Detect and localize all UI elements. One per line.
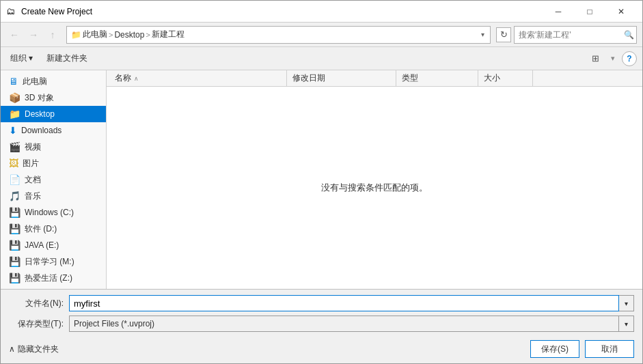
desktop-icon: 📁 [9, 109, 20, 120]
search-input[interactable] [519, 30, 621, 40]
hobby-icon: 💾 [9, 272, 20, 283]
bottom-section: 文件名(N): ▾ 保存类型(T): Project Files (*.uvpr… [1, 289, 642, 363]
filename-dropdown-button[interactable]: ▾ [619, 295, 634, 311]
filename-label: 文件名(N): [9, 298, 64, 309]
sidebar-item-music[interactable]: 🎵音乐 [1, 188, 106, 204]
search-box: 🔍 [514, 26, 637, 44]
filetype-dropdown-button[interactable]: ▾ [619, 316, 634, 332]
sidebar-item-label-hobby: 热爱生活 (Z:) [25, 272, 72, 284]
close-button[interactable]: ✕ [605, 1, 637, 23]
filename-input-wrap: ▾ [69, 295, 634, 311]
sidebar-item-label-windows: Windows (C:) [25, 208, 74, 217]
sidebar-item-label-3d: 3D 对象 [25, 92, 54, 104]
music-icon: 🎵 [9, 191, 20, 201]
crumb-sep2: > [146, 31, 150, 39]
col-header-date[interactable]: 修改日期 [287, 70, 396, 86]
footer-row: ∧ 隐藏文件夹 保存(S) 取消 [9, 336, 634, 358]
empty-message: 没有与搜索条件匹配的项。 [107, 87, 642, 289]
sidebar-item-label-downloads: Downloads [21, 126, 61, 135]
sidebar-item-label-daily: 日常学习 (M:) [25, 256, 74, 268]
title-bar: 🗂 Create New Project ─ □ ✕ [1, 1, 642, 23]
pictures-icon: 🖼 [9, 158, 18, 169]
action-toolbar: 组织 ▾ 新建文件夹 ⊞ ▾ ? [1, 47, 642, 70]
up-button[interactable]: ↑ [44, 27, 61, 43]
cancel-button[interactable]: 取消 [585, 340, 634, 358]
sidebar-item-downloads[interactable]: ⬇Downloads [1, 122, 106, 139]
sidebar-item-windows[interactable]: 💾Windows (C:) [1, 204, 106, 221]
sidebar-item-videos[interactable]: 🎬视频 [1, 139, 106, 155]
sidebar-item-pictures[interactable]: 🖼图片 [1, 155, 106, 171]
filetype-row: 保存类型(T): Project Files (*.uvproj) ▾ [9, 316, 634, 332]
3d-icon: 📦 [9, 92, 20, 103]
maximize-button[interactable]: □ [574, 1, 605, 23]
sidebar: 🖥此电脑📦3D 对象📁Desktop⬇Downloads🎬视频🖼图片📄文档🎵音乐… [1, 70, 107, 289]
sidebar-item-3d[interactable]: 📦3D 对象 [1, 89, 106, 106]
refresh-button[interactable]: ↻ [496, 27, 511, 42]
organize-button[interactable]: 组织 ▾ [6, 50, 37, 68]
sidebar-item-hobby[interactable]: 💾热爱生活 (Z:) [1, 270, 106, 286]
address-toolbar: ← → ↑ 📁 此电脑 > Desktop > 新建工程 ▾ ↻ 🔍 [1, 23, 642, 47]
window-controls: ─ □ ✕ [543, 1, 637, 23]
sidebar-item-label-software: 软件 (D:) [25, 223, 57, 235]
hide-folders-toggle[interactable]: ∧ 隐藏文件夹 [9, 344, 59, 355]
crumb-sep1: > [109, 31, 113, 39]
address-bar[interactable]: 📁 此电脑 > Desktop > 新建工程 ▾ [66, 26, 491, 44]
sort-arrow-icon: ∧ [134, 75, 139, 82]
dialog-icon: 🗂 [6, 6, 17, 17]
sidebar-item-label-pc: 此电脑 [23, 76, 47, 87]
filetype-label: 保存类型(T): [9, 318, 64, 330]
sidebar-item-label-desktop: Desktop [25, 109, 55, 119]
sidebar-item-label-java: JAVA (E:) [25, 240, 59, 250]
search-icon: 🔍 [624, 30, 634, 40]
col-header-size[interactable]: 大小 [478, 70, 533, 86]
sidebar-item-label-pictures: 图片 [23, 158, 39, 169]
filename-input[interactable] [69, 295, 619, 311]
documents-icon: 📄 [9, 174, 20, 185]
chevron-up-icon: ∧ [9, 344, 15, 354]
view-separator: ▾ [611, 54, 615, 63]
forward-button[interactable]: → [25, 27, 42, 43]
downloads-icon: ⬇ [9, 125, 17, 136]
crumb-desktop: Desktop [114, 30, 144, 40]
crumb-folder-icon: 📁 [71, 30, 81, 40]
pc-icon: 🖥 [9, 76, 18, 87]
back-button[interactable]: ← [6, 27, 23, 43]
java-icon: 💾 [9, 240, 20, 251]
save-button[interactable]: 保存(S) [530, 340, 579, 358]
sidebar-item-software[interactable]: 💾软件 (D:) [1, 221, 106, 237]
crumb-pc: 此电脑 [83, 29, 107, 40]
sidebar-item-desktop[interactable]: 📁Desktop [1, 106, 106, 122]
col-header-name[interactable]: 名称 ∧ [109, 70, 287, 86]
new-folder-button[interactable]: 新建文件夹 [42, 50, 92, 68]
software-icon: 💾 [9, 223, 20, 234]
footer-buttons: 保存(S) 取消 [530, 340, 634, 358]
view-button[interactable]: ⊞ [586, 51, 604, 67]
sidebar-item-java[interactable]: 💾JAVA (E:) [1, 237, 106, 253]
crumb-folder: 新建工程 [152, 29, 184, 40]
videos-icon: 🎬 [9, 141, 20, 152]
filetype-input-wrap: Project Files (*.uvproj) ▾ [69, 316, 634, 332]
column-header: 名称 ∧ 修改日期 类型 大小 [107, 70, 642, 87]
sidebar-item-label-videos: 视频 [25, 141, 41, 153]
minimize-button[interactable]: ─ [543, 1, 574, 23]
address-dropdown-icon[interactable]: ▾ [480, 29, 486, 40]
col-header-type[interactable]: 类型 [396, 70, 478, 86]
help-button[interactable]: ? [622, 51, 637, 66]
main-panel: 名称 ∧ 修改日期 类型 大小 没有与搜索条件匹配的项。 [107, 70, 642, 289]
windows-icon: 💾 [9, 207, 20, 218]
sidebar-item-label-music: 音乐 [25, 191, 41, 202]
sidebar-item-label-documents: 文档 [25, 174, 41, 186]
sidebar-item-pc[interactable]: 🖥此电脑 [1, 73, 106, 89]
sidebar-item-daily[interactable]: 💾日常学习 (M:) [1, 253, 106, 270]
dialog-window: 🗂 Create New Project ─ □ ✕ ← → ↑ 📁 此电脑 >… [0, 0, 643, 364]
content-area: 🖥此电脑📦3D 对象📁Desktop⬇Downloads🎬视频🖼图片📄文档🎵音乐… [1, 70, 642, 289]
dialog-title: Create New Project [21, 7, 543, 16]
filename-row: 文件名(N): ▾ [9, 295, 634, 311]
filetype-display: Project Files (*.uvproj) [69, 316, 619, 332]
sidebar-item-documents[interactable]: 📄文档 [1, 171, 106, 188]
daily-icon: 💾 [9, 256, 20, 267]
breadcrumbs: 📁 此电脑 > Desktop > 新建工程 [71, 29, 477, 40]
